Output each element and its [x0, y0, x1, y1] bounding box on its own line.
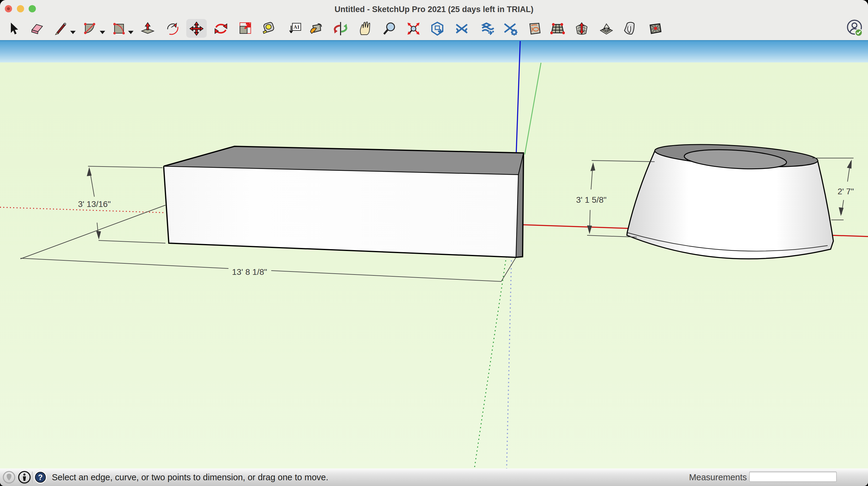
smoove-settings-tool-icon[interactable] — [503, 22, 518, 36]
status-separator — [32, 471, 33, 483]
measurements-label: Measurements — [678, 468, 747, 486]
sketchup-window: Untitled - SketchUp Pro 2021 (25 days le… — [0, 0, 868, 486]
ground — [0, 62, 868, 468]
flip-edge-tool-icon[interactable] — [648, 22, 662, 36]
cone-object[interactable] — [627, 141, 833, 259]
dimension-label-box-length[interactable]: 13' 8 1/8" — [232, 267, 267, 277]
zoom-tool-icon[interactable] — [382, 22, 397, 36]
title-bar: Untitled - SketchUp Pro 2021 (25 days le… — [0, 0, 868, 18]
add-detail-tool-icon[interactable] — [550, 22, 565, 36]
dimension-label-cone-right[interactable]: 2' 7" — [838, 187, 854, 196]
text-tool-icon[interactable]: A1 — [288, 22, 303, 36]
rotate-tool-icon[interactable] — [214, 22, 228, 36]
status-bar: ? Select an edge, curve, or two points t… — [0, 468, 868, 486]
sky — [0, 40, 868, 62]
eraser-tool-icon[interactable] — [30, 22, 44, 36]
scale-tool-icon[interactable] — [238, 22, 252, 36]
arc-tool-icon[interactable] — [83, 22, 97, 36]
status-message: Select an edge, curve, or two points to … — [52, 468, 328, 486]
smoove-tool-icon[interactable] — [575, 22, 589, 36]
window-title: Untitled - SketchUp Pro 2021 (25 days le… — [0, 0, 868, 18]
model-viewport[interactable]: 3' 13/16" 13' 8 1/8" 3' 1 5/8" — [0, 40, 868, 468]
sandbox-from-scratch-tool-icon[interactable] — [480, 22, 495, 36]
drape-terrain-tool-icon[interactable] — [527, 22, 541, 36]
arc-tool-dropdown-icon[interactable] — [100, 31, 105, 34]
measurements-input[interactable] — [749, 471, 837, 482]
tape-measure-tool-icon[interactable] — [261, 22, 275, 36]
help-icon[interactable]: ? — [34, 470, 47, 484]
svg-text:A1: A1 — [293, 24, 300, 30]
instructor-info-icon[interactable] — [18, 470, 31, 484]
select-tool-icon[interactable] — [6, 22, 21, 36]
scene-svg: 3' 13/16" 13' 8 1/8" 3' 1 5/8" — [0, 40, 868, 468]
move-tool-icon[interactable] — [189, 22, 204, 36]
geolocation-icon[interactable] — [2, 470, 16, 484]
two-point-arc-dropdown-icon[interactable] — [128, 31, 133, 34]
zoom-extents-tool-icon[interactable] — [406, 22, 421, 36]
paint-bucket-tool-icon[interactable] — [309, 22, 323, 36]
toolbar: A1 — [0, 18, 868, 41]
sandbox-from-contours-tool-icon[interactable] — [455, 22, 469, 36]
svg-text:?: ? — [38, 473, 42, 482]
sky-top-line — [0, 40, 868, 41]
push-pull-tool-icon[interactable] — [141, 22, 155, 36]
line-tool-dropdown-icon[interactable] — [70, 31, 76, 34]
drape-tool-icon[interactable] — [623, 22, 637, 36]
line-tool-icon[interactable] — [54, 22, 68, 36]
follow-me-tool-icon[interactable] — [165, 22, 180, 36]
get-models-tool-icon[interactable] — [430, 22, 444, 36]
dimension-label-cone-height[interactable]: 3' 1 5/8" — [576, 195, 607, 204]
stamp-tool-icon[interactable] — [599, 22, 614, 36]
two-point-arc-tool-icon[interactable] — [112, 22, 126, 36]
pan-tool-icon[interactable] — [358, 22, 373, 36]
orbit-tool-icon[interactable] — [333, 22, 348, 36]
box-object[interactable] — [164, 146, 524, 257]
dimension-label-box-height[interactable]: 3' 13/16" — [78, 199, 111, 209]
account-icon[interactable] — [846, 19, 864, 37]
